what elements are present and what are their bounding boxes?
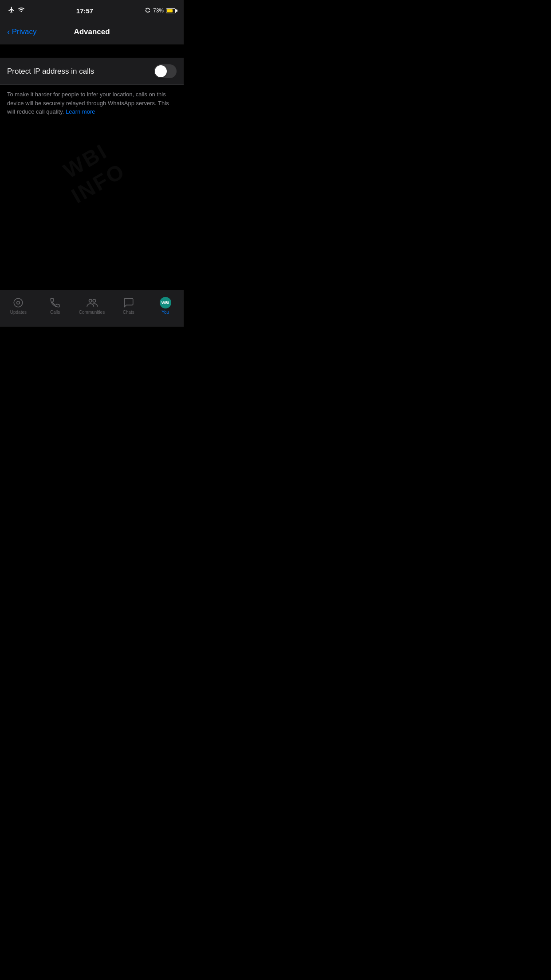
settings-section: Protect IP address in calls xyxy=(0,58,184,85)
section-spacer xyxy=(0,44,184,58)
battery-percentage: 73% xyxy=(153,8,164,14)
tab-communities-label: Communities xyxy=(79,310,105,315)
updates-icon xyxy=(12,297,24,308)
tab-chats[interactable]: Chats xyxy=(110,297,147,315)
tab-chats-label: Chats xyxy=(123,310,134,315)
chats-icon xyxy=(123,297,134,308)
svg-point-1 xyxy=(17,301,20,304)
tab-communities[interactable]: Communities xyxy=(74,297,110,315)
svg-point-2 xyxy=(89,299,92,302)
page-title: Advanced xyxy=(7,28,177,36)
you-icon: WBI xyxy=(160,297,171,308)
description-area: To make it harder for people to infer yo… xyxy=(0,85,184,125)
battery-icon xyxy=(166,8,176,13)
description-text: To make it harder for people to infer yo… xyxy=(7,90,177,116)
wifi-icon xyxy=(18,6,25,15)
tab-calls-label: Calls xyxy=(50,310,60,315)
tab-you-label: You xyxy=(161,310,169,315)
tab-you[interactable]: WBI You xyxy=(147,297,184,315)
tab-updates[interactable]: Updates xyxy=(0,297,37,315)
status-time: 17:57 xyxy=(76,7,93,15)
svg-point-3 xyxy=(93,299,96,302)
status-bar: 17:57 73% xyxy=(0,0,184,20)
svg-point-0 xyxy=(14,298,23,307)
learn-more-link[interactable]: Learn more xyxy=(66,108,95,115)
airplane-icon xyxy=(8,6,15,15)
protect-ip-row: Protect IP address in calls xyxy=(0,58,184,84)
tab-bar: Updates Calls Communities Chats xyxy=(0,290,184,327)
status-right-icons: 73% xyxy=(145,7,176,15)
nav-bar: ‹ Privacy Advanced xyxy=(0,20,184,44)
tab-updates-label: Updates xyxy=(10,310,27,315)
calls-icon xyxy=(49,297,61,308)
you-avatar: WBI xyxy=(160,297,171,308)
status-left-icons xyxy=(8,6,25,15)
protect-ip-label: Protect IP address in calls xyxy=(7,67,94,76)
communities-icon xyxy=(86,297,98,308)
lock-rotation-icon xyxy=(145,7,151,15)
protect-ip-toggle[interactable] xyxy=(154,64,177,78)
tab-calls[interactable]: Calls xyxy=(37,297,74,315)
toggle-knob xyxy=(155,65,167,77)
